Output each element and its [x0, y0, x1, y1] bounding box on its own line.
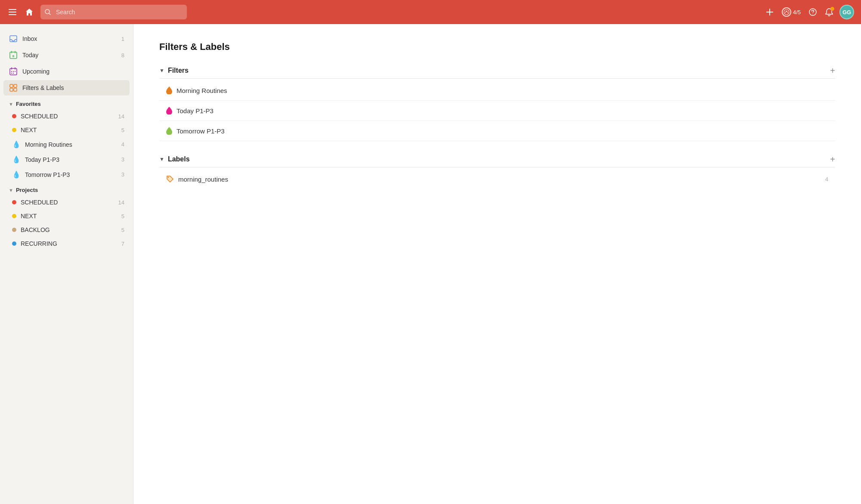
- svg-point-8: [786, 11, 787, 12]
- today-count: 8: [121, 52, 124, 59]
- filters-icon: [9, 83, 18, 93]
- inbox-count: 1: [121, 36, 124, 42]
- labels-chevron[interactable]: ▼: [159, 156, 164, 162]
- sidebar-item-tomorrow-fav[interactable]: 💧 Tomorrow P1-P3 3: [3, 167, 130, 182]
- svg-point-28: [168, 177, 169, 178]
- projects-section-header[interactable]: ▼ Projects: [3, 182, 130, 196]
- labels-section-title: Labels: [168, 155, 827, 163]
- today-icon: 8: [9, 50, 18, 60]
- recurring-proj-label: RECURRING: [21, 240, 117, 247]
- main-content: Filters & Labels ▼ Filters + Morning Rou…: [133, 24, 861, 504]
- notifications-button[interactable]: [825, 8, 833, 16]
- favorites-section-header[interactable]: ▼ Favorites: [3, 96, 130, 110]
- sidebar-item-today-p1p3-fav[interactable]: 💧 Today P1-P3 3: [3, 152, 130, 167]
- label-morning-routines-count: 4: [825, 176, 828, 182]
- upcoming-icon: [9, 67, 18, 76]
- sidebar-item-inbox[interactable]: Inbox 1: [3, 31, 130, 46]
- projects-title: Projects: [16, 187, 38, 193]
- inbox-label: Inbox: [22, 35, 117, 42]
- backlog-proj-dot: [12, 228, 16, 232]
- today-p1p3-fav-label: Today P1-P3: [25, 156, 117, 163]
- filter-morning-routines-label: Morning Routines: [177, 87, 227, 94]
- svg-text:8: 8: [12, 54, 15, 58]
- filters-labels-label: Filters & Labels: [22, 84, 124, 91]
- label-item-morning-routines[interactable]: morning_routines 4: [159, 169, 835, 189]
- sidebar-item-filters-labels[interactable]: Filters & Labels: [3, 80, 130, 96]
- karma-count: 4/5: [793, 9, 801, 15]
- sidebar-item-today[interactable]: 8 Today 8: [3, 47, 130, 63]
- sidebar-item-scheduled-proj[interactable]: SCHEDULED 14: [3, 196, 130, 209]
- next-proj-dot: [12, 214, 16, 218]
- sidebar-item-next-fav[interactable]: NEXT 5: [3, 124, 130, 136]
- svg-point-10: [812, 14, 813, 15]
- svg-rect-23: [13, 73, 14, 74]
- home-button[interactable]: [23, 6, 35, 18]
- svg-rect-22: [11, 73, 12, 74]
- labels-add-button[interactable]: +: [830, 155, 835, 164]
- today-p1p3-drop-icon: [166, 107, 172, 114]
- svg-point-7: [784, 9, 789, 15]
- filters-section: ▼ Filters + Morning Routines Today P1-P3: [159, 66, 835, 141]
- sidebar: Inbox 1 8 Today 8: [0, 24, 133, 504]
- svg-rect-27: [14, 88, 17, 91]
- scheduled-fav-label: SCHEDULED: [21, 113, 114, 120]
- search-wrapper: [40, 5, 187, 19]
- scheduled-dot: [12, 114, 16, 118]
- scheduled-fav-count: 14: [118, 113, 124, 120]
- sidebar-item-scheduled-fav[interactable]: SCHEDULED 14: [3, 110, 130, 123]
- tomorrow-fav-count: 3: [121, 171, 124, 178]
- morning-fav-count: 4: [121, 141, 124, 148]
- filters-add-button[interactable]: +: [830, 66, 835, 75]
- morning-routines-drop-icon: [166, 87, 172, 94]
- today-label: Today: [22, 52, 117, 59]
- top-navigation: 4/5 GG: [0, 0, 861, 24]
- svg-rect-19: [11, 71, 12, 72]
- add-button[interactable]: [764, 6, 776, 18]
- morning-drop-icon: 💧: [12, 140, 21, 148]
- svg-rect-20: [13, 71, 14, 72]
- notification-dot: [830, 7, 834, 11]
- svg-rect-0: [9, 9, 16, 10]
- projects-chevron: ▼: [9, 188, 13, 193]
- help-button[interactable]: [807, 6, 819, 18]
- karma-badge[interactable]: 4/5: [782, 7, 801, 17]
- next-fav-count: 5: [121, 127, 124, 133]
- tomorrow-p1p3-drop-icon: [166, 127, 172, 135]
- svg-rect-2: [9, 14, 16, 15]
- today-p1p3-drop-icon: 💧: [12, 155, 21, 164]
- upcoming-label: Upcoming: [22, 68, 120, 75]
- app-layout: Inbox 1 8 Today 8: [0, 24, 861, 504]
- sidebar-item-recurring-proj[interactable]: RECURRING 7: [3, 237, 130, 250]
- sidebar-item-morning-fav[interactable]: 💧 Morning Routines 4: [3, 137, 130, 152]
- sidebar-item-upcoming[interactable]: Upcoming: [3, 64, 130, 79]
- backlog-proj-label: BACKLOG: [21, 226, 117, 233]
- svg-rect-24: [10, 84, 13, 87]
- filters-chevron[interactable]: ▼: [159, 68, 164, 74]
- avatar[interactable]: GG: [839, 5, 854, 19]
- filter-item-today-p1p3[interactable]: Today P1-P3: [159, 101, 835, 121]
- favorites-chevron: ▼: [9, 102, 13, 107]
- favorites-title: Favorites: [16, 101, 41, 107]
- search-input[interactable]: [40, 5, 187, 19]
- label-morning-routines-name: morning_routines: [178, 176, 821, 183]
- hamburger-button[interactable]: [7, 7, 18, 17]
- filter-item-tomorrow-p1p3[interactable]: Tomorrow P1-P3: [159, 121, 835, 141]
- today-p1p3-fav-count: 3: [121, 156, 124, 163]
- svg-rect-25: [14, 84, 17, 87]
- karma-icon: [782, 7, 791, 17]
- sidebar-item-backlog-proj[interactable]: BACKLOG 5: [3, 223, 130, 236]
- tomorrow-drop-icon: 💧: [12, 170, 21, 179]
- sidebar-item-next-proj[interactable]: NEXT 5: [3, 210, 130, 223]
- morning-routines-tag-icon: [166, 175, 174, 183]
- svg-rect-26: [10, 88, 13, 91]
- svg-rect-1: [9, 12, 16, 12]
- scheduled-proj-dot: [12, 200, 16, 204]
- backlog-proj-count: 5: [121, 227, 124, 233]
- topnav-right: 4/5 GG: [764, 5, 854, 19]
- scheduled-proj-label: SCHEDULED: [21, 199, 114, 206]
- page-title: Filters & Labels: [159, 41, 835, 53]
- inbox-icon: [9, 34, 18, 43]
- next-fav-label: NEXT: [21, 127, 117, 133]
- filter-item-morning-routines[interactable]: Morning Routines: [159, 80, 835, 101]
- scheduled-proj-count: 14: [118, 199, 124, 206]
